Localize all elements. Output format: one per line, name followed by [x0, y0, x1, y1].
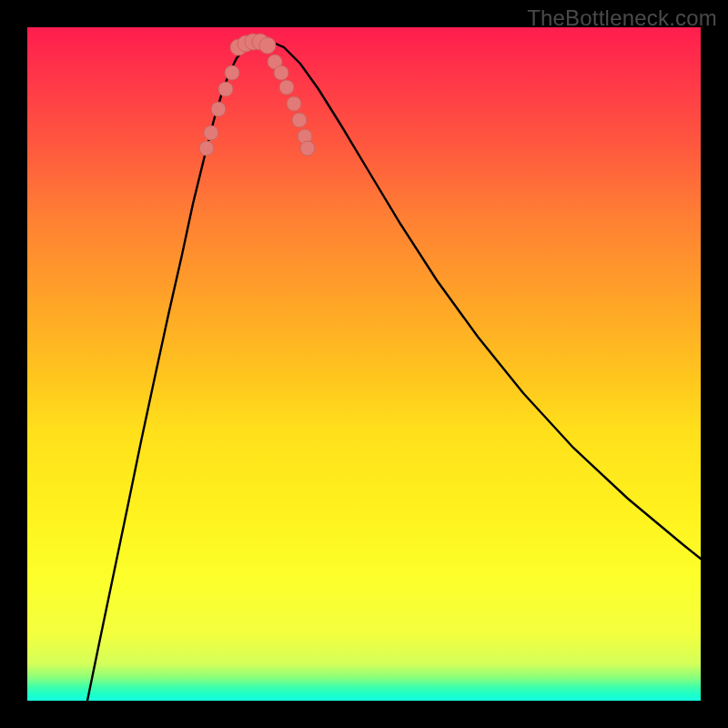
data-marker — [204, 126, 218, 140]
data-marker — [218, 82, 233, 96]
data-marker — [211, 102, 226, 116]
chart-frame: TheBottleneck.com — [0, 0, 728, 728]
data-marker — [287, 96, 301, 111]
data-marker — [199, 141, 214, 156]
data-marker — [259, 37, 276, 54]
curve-layer — [27, 27, 701, 701]
bottleneck-curve — [87, 42, 701, 701]
data-marker — [292, 113, 307, 127]
plot-area — [27, 27, 701, 701]
data-marker — [225, 66, 239, 80]
data-marker — [300, 141, 315, 156]
data-markers — [199, 34, 315, 156]
data-marker — [279, 80, 294, 95]
data-marker — [274, 66, 288, 80]
